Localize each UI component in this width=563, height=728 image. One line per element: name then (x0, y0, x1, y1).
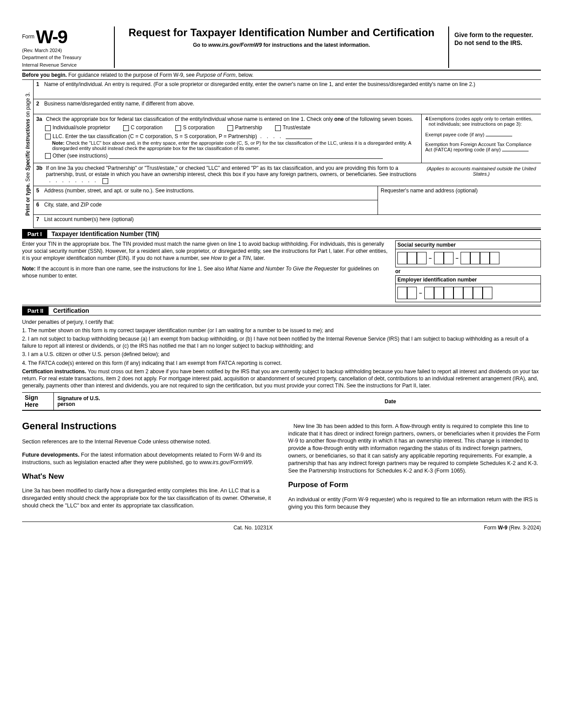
line-3a-4-row: 3a Check the appropriate box for federal… (34, 114, 541, 163)
sign-here-label: Sign Here (22, 393, 54, 410)
exempt-payee-input[interactable] (486, 132, 512, 136)
dept-irs: Internal Revenue Service (22, 62, 110, 68)
line-3b-note: (Applies to accounts maintained outside … (422, 163, 541, 185)
checkbox-llc[interactable]: LLC. Enter the tax classification (C = C… (45, 133, 257, 139)
ein-input[interactable]: – (395, 284, 541, 302)
other-input[interactable] (109, 154, 383, 159)
ein-label: Employer identification number (395, 275, 541, 284)
page-footer: Cat. No. 10231X Form W-9 (Rev. 3-2024) (22, 522, 541, 531)
form-title: Request for Taxpayer Identification Numb… (122, 26, 441, 39)
part-2-header: Part II Certification (22, 306, 541, 315)
line-5[interactable]: 5 Address (number, street, and apt. or s… (34, 186, 378, 200)
line-3a: 3a Check the appropriate box for federal… (34, 114, 422, 163)
line-7[interactable]: 7 List account number(s) here (optional) (34, 215, 541, 228)
checkbox-trust[interactable]: Trust/estate (275, 124, 310, 131)
dept-treasury: Department of the Treasury (22, 55, 110, 60)
signature-label: Signature of U.S. person (57, 396, 106, 407)
line-3b: 3b If on line 3a you checked "Partnershi… (34, 163, 422, 185)
checkbox-c-corp[interactable]: C corporation (123, 124, 162, 131)
llc-note: Note: Check the "LLC" box above and, in … (52, 140, 419, 151)
fatca-code-input[interactable] (502, 147, 529, 151)
ssn-label: Social security number (395, 240, 541, 249)
line-4: 4Exemptions (codes apply only to certain… (422, 114, 541, 163)
gi-heading: General Instructions (22, 420, 275, 433)
form-number: W-9 (36, 26, 67, 47)
checkbox-s-corp[interactable]: S corporation (175, 124, 214, 131)
checkbox-3b[interactable] (102, 178, 108, 184)
date-label: Date (385, 398, 396, 405)
header-center: Request for Taxpayer Identification Numb… (115, 26, 448, 68)
part-1-text: Enter your TIN in the appropriate box. T… (22, 240, 395, 302)
line-6[interactable]: 6 City, state, and ZIP code (34, 200, 378, 214)
footer-revision: Form W-9 (Rev. 3-2024) (484, 525, 541, 531)
requester-address[interactable]: Requester's name and address (optional) (378, 186, 541, 214)
catalog-number: Cat. No. 10231X (234, 525, 273, 531)
purpose-heading: Purpose of Form (288, 480, 541, 490)
side-label: Print or type. See Specific Instructions… (22, 80, 34, 228)
part-1-header: Part I Taxpayer Identification Number (T… (22, 229, 541, 239)
whats-new-heading: What's New (22, 472, 275, 482)
line-3b-row: 3b If on line 3a you checked "Partnershi… (34, 163, 541, 186)
revision: (Rev. March 2024) (22, 48, 110, 53)
form-label: Form (22, 34, 34, 40)
checkbox-partnership[interactable]: Partnership (227, 124, 262, 131)
checkbox-other[interactable]: Other (see instructions) (45, 153, 108, 159)
or-label: or (395, 267, 541, 275)
checkbox-individual[interactable]: Individual/sole proprietor (45, 124, 110, 131)
line-2[interactable]: 2 Business name/disregarded entity name,… (34, 99, 541, 114)
general-instructions: General Instructions Section references … (22, 411, 541, 516)
before-you-begin: Before you begin. For guidance related t… (22, 71, 541, 80)
llc-classification-input[interactable] (286, 134, 312, 139)
ssn-input[interactable]: – – (395, 249, 541, 267)
signature-row: Sign Here Signature of U.S. person Date (22, 393, 541, 411)
goto-link: Go to www.irs.gov/FormW9 for instruction… (122, 42, 441, 48)
line-1[interactable]: 1 Name of entity/individual. An entry is… (34, 80, 541, 99)
header-left: Form W-9 (Rev. March 2024) Department of… (22, 26, 115, 68)
form-header: Form W-9 (Rev. March 2024) Department of… (22, 26, 541, 71)
header-right: Give form to the requester. Do not send … (448, 26, 541, 68)
certification-text: Under penalties of perjury, I certify th… (22, 315, 541, 393)
